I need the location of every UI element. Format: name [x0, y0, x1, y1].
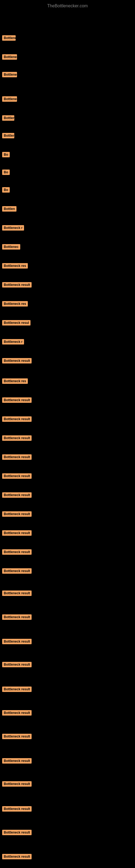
badge-7: Bo: [2, 152, 10, 157]
badge-38: Bottleneck result: [2, 781, 32, 786]
badge-31: Bottleneck result: [2, 614, 32, 620]
badge-9: Bo: [2, 187, 10, 193]
badge-21: Bottleneck result: [2, 416, 32, 422]
badge-32: Bottleneck result: [2, 639, 32, 644]
badge-14: Bottleneck result: [2, 282, 32, 287]
badge-18: Bottleneck result: [2, 358, 32, 364]
badge-27: Bottleneck result: [2, 530, 32, 536]
site-title: TheBottlenecker.com: [0, 1, 135, 10]
badge-25: Bottleneck result: [2, 492, 32, 498]
badge-2: Bottleneck result: [2, 54, 17, 60]
badge-36: Bottleneck result: [2, 734, 32, 739]
badge-13: Bottleneck res: [2, 263, 28, 269]
badge-41: Bottleneck result: [2, 854, 32, 859]
badge-22: Bottleneck result: [2, 435, 32, 441]
badge-30: Bottleneck result: [2, 590, 32, 596]
badge-28: Bottleneck result: [2, 549, 32, 555]
badge-11: Bottleneck r: [2, 225, 24, 230]
page-container: TheBottlenecker.com Bottleneck resultBot…: [0, 0, 135, 868]
badge-12: Bottlenec: [2, 244, 20, 250]
badge-10: Bottlen: [2, 206, 16, 212]
badge-8: Bo: [2, 169, 10, 175]
badge-26: Bottleneck result: [2, 511, 32, 517]
badge-6: Bottleneck result: [2, 133, 14, 138]
badge-19: Bottleneck res: [2, 378, 28, 384]
badge-20: Bottleneck result: [2, 397, 32, 403]
badge-24: Bottleneck result: [2, 473, 32, 479]
badge-15: Bottleneck res: [2, 301, 28, 307]
badge-1: Bottleneck result: [2, 35, 16, 41]
badge-34: Bottleneck result: [2, 686, 32, 692]
badge-39: Bottleneck result: [2, 806, 32, 812]
badge-40: Bottleneck result: [2, 830, 32, 835]
badge-5: Bottleneck result: [2, 115, 14, 121]
badge-35: Bottleneck result: [2, 710, 32, 716]
badge-29: Bottleneck result: [2, 568, 32, 574]
badge-16: Bottleneck resul: [2, 320, 31, 326]
badge-3: Bottleneck result: [2, 72, 17, 77]
badge-37: Bottleneck result: [2, 758, 32, 764]
badge-4: Bottleneck result: [2, 96, 17, 102]
badge-33: Bottleneck result: [2, 662, 32, 667]
badge-17: Bottleneck r: [2, 339, 24, 344]
badge-23: Bottleneck result: [2, 454, 32, 460]
